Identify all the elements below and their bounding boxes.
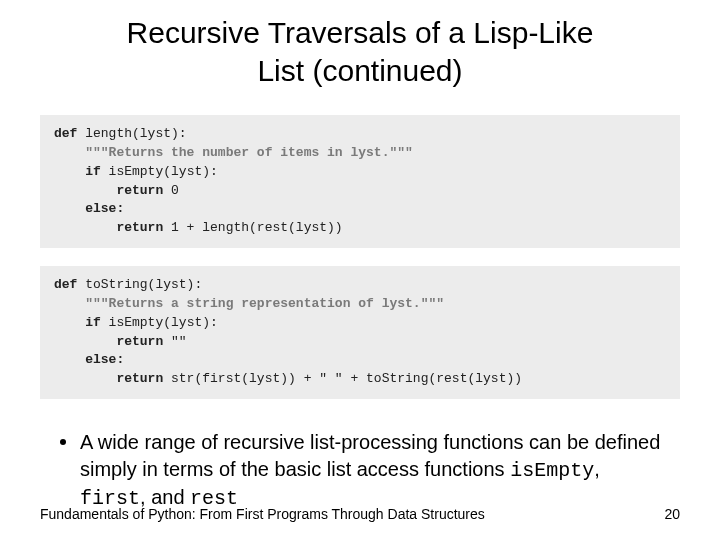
kw-return: return: [54, 334, 163, 349]
bullet-list: A wide range of recursive list-processin…: [60, 429, 670, 512]
docstring: """Returns the number of items in lyst."…: [54, 145, 413, 160]
slide-title: Recursive Traversals of a Lisp-Like List…: [0, 0, 720, 97]
fn-isempty: isEmpty: [510, 459, 594, 482]
page-number: 20: [664, 506, 680, 522]
kw-else: else:: [54, 352, 124, 367]
footer-left: Fundamentals of Python: From First Progr…: [40, 506, 485, 522]
kw-def: def: [54, 126, 77, 141]
code-block-length: def length(lyst): """Returns the number …: [40, 115, 680, 248]
title-line-2: List (continued): [257, 54, 462, 87]
bullet-item: A wide range of recursive list-processin…: [60, 429, 670, 512]
slide: Recursive Traversals of a Lisp-Like List…: [0, 0, 720, 540]
kw-return: return: [54, 371, 163, 386]
code-text: "": [163, 334, 186, 349]
kw-else: else:: [54, 201, 124, 216]
kw-return: return: [54, 220, 163, 235]
kw-def: def: [54, 277, 77, 292]
code-text: str(first(lyst)) + " " + toString(rest(l…: [163, 371, 522, 386]
kw-if: if: [54, 315, 101, 330]
docstring: """Returns a string representation of ly…: [54, 296, 444, 311]
kw-return: return: [54, 183, 163, 198]
sep: , and: [140, 486, 190, 508]
footer: Fundamentals of Python: From First Progr…: [40, 506, 680, 522]
sep: ,: [594, 458, 600, 480]
code-text: length(lyst):: [77, 126, 186, 141]
title-line-1: Recursive Traversals of a Lisp-Like: [127, 16, 594, 49]
code-text: isEmpty(lyst):: [101, 315, 218, 330]
code-text: 1 + length(rest(lyst)): [163, 220, 342, 235]
code-text: isEmpty(lyst):: [101, 164, 218, 179]
code-text: toString(lyst):: [77, 277, 202, 292]
kw-if: if: [54, 164, 101, 179]
bullet-dot-icon: [60, 439, 66, 445]
bullet-text: A wide range of recursive list-processin…: [80, 429, 670, 512]
code-text: 0: [163, 183, 179, 198]
code-block-tostring: def toString(lyst): """Returns a string …: [40, 266, 680, 399]
